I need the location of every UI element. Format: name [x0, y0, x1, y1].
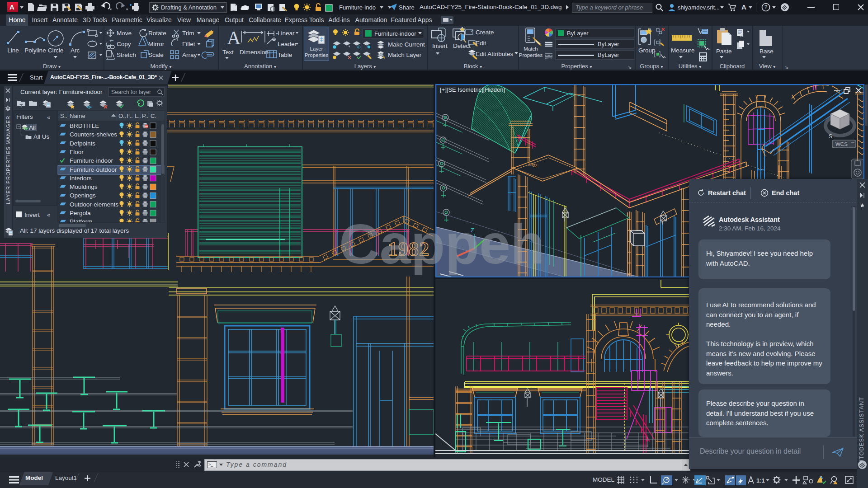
svg-text:Current layer: Furniture-indoo: Current layer: Furniture-indoor [20, 89, 103, 95]
svg-text:Table: Table [278, 52, 292, 58]
svg-text:All: 17 layers displayed of 17: All: 17 layers displayed of 17 total lay… [20, 227, 129, 234]
svg-text:WCS: WCS [835, 141, 848, 147]
svg-text:Paste: Paste [716, 48, 732, 55]
svg-text:Array: Array [182, 52, 197, 58]
svg-text:Linear: Linear [278, 30, 295, 37]
svg-text:Floor: Floor [70, 149, 84, 155]
svg-text:Edit Attributes: Edit Attributes [476, 51, 514, 57]
svg-text:«: « [47, 114, 50, 121]
svg-text:Search for layer: Search for layer [111, 89, 151, 95]
svg-text:Leader: Leader [278, 41, 297, 47]
svg-text:Name: Name [70, 113, 85, 119]
svg-text:Line: Line [7, 47, 19, 54]
svg-text:«: « [47, 211, 50, 218]
svg-text:Outdoor-elements: Outdoor-elements [70, 201, 118, 208]
svg-text:Arc: Arc [71, 47, 80, 54]
svg-text:Move: Move [117, 30, 132, 37]
svg-text:S..: S.. [60, 113, 67, 119]
svg-text:Text: Text [222, 49, 234, 56]
svg-text:Make Current: Make Current [388, 41, 425, 48]
svg-text:Counters-shelves: Counters-shelves [70, 131, 117, 138]
svg-text:All Us: All Us [33, 133, 50, 140]
svg-text:Circle: Circle [48, 47, 64, 54]
svg-text:L..: L.. [135, 113, 141, 119]
svg-text:Insert: Insert [432, 42, 448, 49]
svg-text:O..: O.. [118, 113, 126, 119]
svg-text:Create: Create [476, 29, 494, 36]
svg-text:Scale: Scale [148, 52, 164, 58]
svg-text:P..: P.. [142, 113, 148, 119]
svg-text:Match Layer: Match Layer [388, 52, 422, 58]
svg-text:Pergola: Pergola [70, 210, 91, 216]
svg-text:S: S [829, 133, 832, 140]
svg-text:C.: C. [151, 113, 156, 119]
svg-text:Fillet: Fillet [182, 41, 195, 47]
svg-text:Base: Base [760, 48, 774, 55]
svg-text:LAYER PROPERTIES MANAGER: LAYER PROPERTIES MANAGER [5, 116, 11, 205]
svg-text:A: A [227, 28, 241, 48]
svg-text:Filters: Filters [16, 113, 33, 120]
svg-text:Mouldings: Mouldings [70, 183, 98, 190]
svg-text:Defpoints: Defpoints [70, 140, 95, 147]
svg-text:Trim: Trim [182, 30, 194, 37]
svg-text:?: ? [764, 4, 768, 10]
svg-text:Dimension: Dimension [240, 49, 269, 56]
svg-text:Edit: Edit [476, 40, 486, 47]
svg-text:F..: F.. [127, 113, 133, 119]
svg-text:All: All [29, 124, 36, 131]
svg-text:[+][SE Isometric][Hidden]: [+][SE Isometric][Hidden] [440, 86, 505, 93]
svg-text:1:1: 1:1 [756, 477, 765, 484]
svg-text:Rotate: Rotate [148, 30, 166, 37]
svg-text:BRDTITLE: BRDTITLE [70, 122, 99, 129]
svg-text:Interiors: Interiors [70, 175, 92, 182]
svg-text:Group: Group [638, 47, 656, 54]
svg-text:Detect: Detect [453, 42, 471, 49]
svg-text:Polyline: Polyline [24, 47, 46, 54]
svg-text:Mirror: Mirror [148, 41, 165, 47]
svg-text:Measure: Measure [671, 47, 695, 54]
svg-text:Stretch: Stretch [117, 52, 136, 58]
svg-text:Furniture-outdoor: Furniture-outdoor [70, 166, 117, 173]
svg-text:Openings: Openings [70, 192, 96, 199]
svg-text:Copy: Copy [117, 41, 131, 47]
svg-text:Furniture-indoor: Furniture-indoor [70, 157, 113, 164]
svg-text:Invert: Invert [24, 211, 40, 218]
